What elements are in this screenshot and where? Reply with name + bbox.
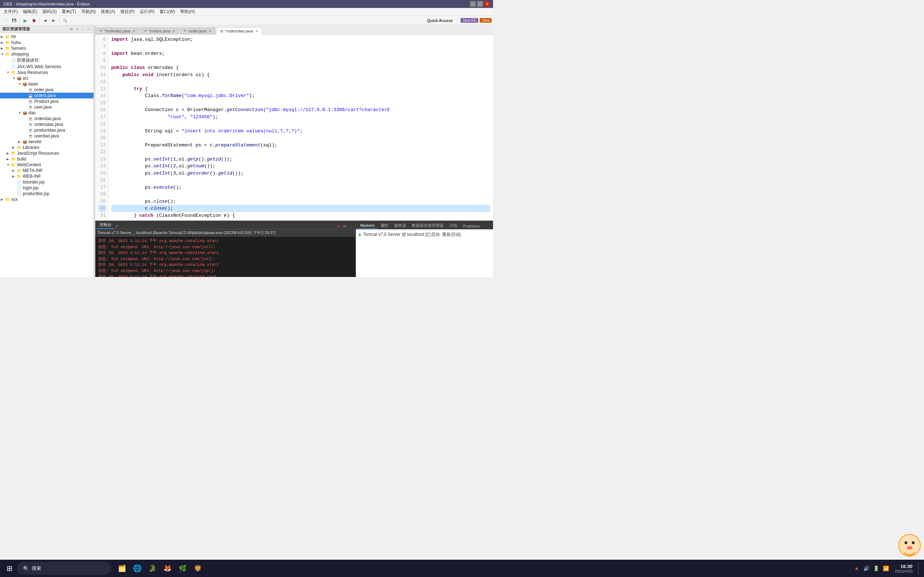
console-close-btn[interactable]: ✕ xyxy=(115,224,119,229)
tree-item-jax[interactable]: ▶ 📄 JAX-WS Web Services xyxy=(0,64,94,69)
tab-orders[interactable]: ☕ *orders.java ✕ xyxy=(140,27,179,34)
menu-project[interactable]: 项目(P) xyxy=(118,8,137,16)
arrow-bean[interactable]: ▼ xyxy=(18,82,23,86)
right-tab-datasource[interactable]: 数据源资源管理器 xyxy=(409,222,446,229)
tree-item-deploy[interactable]: ▶ 📄 部署描述符: xyxy=(0,57,94,64)
menu-edit[interactable]: 编辑(E) xyxy=(21,8,39,16)
back-button[interactable]: ◀ xyxy=(41,16,49,24)
menu-source[interactable]: 源码(S) xyxy=(40,8,59,16)
menu-navigate[interactable]: 导航(N) xyxy=(79,8,98,16)
console-tab-console[interactable]: 控制台 xyxy=(97,221,115,229)
menu-run[interactable]: 运行(R) xyxy=(137,8,157,16)
new-button[interactable]: 📄 xyxy=(2,16,10,24)
tree-item-productdao[interactable]: ▶ ☕ productdao.java xyxy=(0,127,94,133)
arrow-meta[interactable]: ▶ xyxy=(12,169,16,172)
console-stop-btn[interactable]: ■ xyxy=(335,223,341,229)
maximize-button[interactable]: □ xyxy=(477,1,483,7)
arrow-webcontent[interactable]: ▼ xyxy=(6,163,11,167)
right-tab-properties[interactable]: 属性 xyxy=(378,222,391,229)
tab-orderdao[interactable]: ☕ *orderdao.java ✕ xyxy=(95,27,139,34)
tab-close-orderdao[interactable]: ✕ xyxy=(132,29,136,33)
minimize-button[interactable]: ─ xyxy=(470,1,476,7)
menu-refactor[interactable]: 重构(T) xyxy=(60,8,78,16)
sidebar-max-button[interactable]: □ xyxy=(86,27,91,32)
arrow-dao[interactable]: ▼ xyxy=(18,111,23,115)
sidebar-controls: ⊟ ▽ ─ □ xyxy=(69,27,91,32)
arrow-web-inf[interactable]: ▶ xyxy=(12,174,16,178)
arrow-libraries[interactable]: ▶ xyxy=(12,146,16,149)
arrow-huhu[interactable]: ▶ xyxy=(1,41,5,44)
tree-item-listorder-jsp[interactable]: ▶ 📄 listorder.jsp xyxy=(0,179,94,185)
tree-item-productlist-jsp[interactable]: ▶ 📄 productlist.jsp xyxy=(0,191,94,197)
right-tab-snippets[interactable]: 片段 xyxy=(446,222,460,229)
arrow-servers[interactable]: ▶ xyxy=(1,47,5,50)
tree-item-ordersdao[interactable]: ▶ ☕ ordersdao.java xyxy=(0,121,94,127)
menu-help[interactable]: 帮助(H) xyxy=(178,8,197,16)
tab-order[interactable]: ☕ order.java ✕ xyxy=(180,27,215,34)
tab-ordersdao[interactable]: ☕ *ordersdao.java ✕ xyxy=(216,27,262,35)
tree-item-java-resources[interactable]: ▼ 📁 Java Resources xyxy=(0,69,94,76)
tree-item-build[interactable]: ▶ 📁 build xyxy=(0,156,94,162)
java-ee-badge[interactable]: Java EE xyxy=(460,18,478,23)
search-button[interactable]: 🔍 xyxy=(61,16,69,24)
tree-item-login-jsp[interactable]: ▶ 📄 login.jsp xyxy=(0,185,94,191)
console-clear-btn[interactable]: ⊟ xyxy=(342,223,347,229)
tree-item-hh[interactable]: ▶ 📁 hh xyxy=(0,34,94,40)
tab-close-orders[interactable]: ✕ xyxy=(171,29,176,33)
tree-item-orderdao[interactable]: ▶ ☕ orderdao.java xyxy=(0,116,94,121)
arrow-shopping[interactable]: ▼ xyxy=(1,52,5,56)
collapse-all-button[interactable]: ⊟ xyxy=(69,27,74,32)
java-badge[interactable]: Java xyxy=(480,18,492,23)
console-scroll-btn[interactable]: ↓ xyxy=(348,223,354,229)
tree-item-orders-java[interactable]: ▶ ☕ orders.java xyxy=(0,93,94,98)
code-editor[interactable]: 6 7 8 9 10 11 12 13 14 15 16 17 18 19 20… xyxy=(95,35,493,220)
arrow-orderdao: ▶ xyxy=(24,117,28,121)
tab-close-order[interactable]: ✕ xyxy=(208,29,212,33)
menu-window[interactable]: 窗口(W) xyxy=(157,8,177,16)
debug-button[interactable]: 🐞 xyxy=(30,16,38,24)
right-tab-problems[interactable]: Problems xyxy=(460,223,483,229)
sidebar-min-button[interactable]: ─ xyxy=(81,27,86,32)
arrow-jr[interactable]: ▼ xyxy=(6,71,11,74)
tree-item-libraries[interactable]: ▶ 📁 Libraries xyxy=(0,145,94,150)
arrow-hh[interactable]: ▶ xyxy=(1,35,5,39)
right-tab-markers[interactable]: Markers xyxy=(357,222,378,229)
package-icon-src: 📦 xyxy=(16,76,22,81)
tree-item-huhu[interactable]: ▶ 📁 huhu xyxy=(0,40,94,45)
tree-item-order-java[interactable]: ▶ ☕ order.java xyxy=(0,87,94,93)
menu-search[interactable]: 搜索(A) xyxy=(99,8,117,16)
main-content: 项目资源管理器 ⊟ ▽ ─ □ ▶ 📁 hh ▶ 📁 huhu ▶ 📁 xyxy=(0,25,493,277)
tree-item-xxx[interactable]: ▶ 📁 xxx xyxy=(0,197,94,202)
arrow-js[interactable]: ▶ xyxy=(6,152,11,155)
tree-item-web-inf[interactable]: ▶ 📁 WEB-INF xyxy=(0,174,94,179)
tree-item-js-resources[interactable]: ▶ 📁 JavaScript Resources xyxy=(0,150,94,156)
tree-item-servlet[interactable]: ▶ 📦 servlet xyxy=(0,139,94,145)
forward-button[interactable]: ▶ xyxy=(50,16,58,24)
tree-item-servers[interactable]: ▶ 📁 Servers xyxy=(0,45,94,51)
code-content[interactable]: import java.sql.SQLException; import bea… xyxy=(108,35,493,220)
run-button[interactable]: ▶ xyxy=(21,16,29,24)
right-tab-servers[interactable]: 服务器 xyxy=(391,222,409,229)
tree-item-webcontent[interactable]: ▼ 📁 WebContent xyxy=(0,162,94,168)
arrow-productdao: ▶ xyxy=(24,128,28,132)
sidebar-menu-button[interactable]: ▽ xyxy=(75,27,80,32)
tree-item-user-java[interactable]: ▶ ☕ user.java xyxy=(0,104,94,110)
menu-file[interactable]: 文件(F) xyxy=(2,8,20,16)
tree-item-dao[interactable]: ▼ 📦 dao xyxy=(0,110,94,116)
save-button[interactable]: 💾 xyxy=(10,16,18,24)
close-button[interactable]: ✕ xyxy=(485,1,490,7)
tab-close-ordersdao[interactable]: ✕ xyxy=(254,29,259,33)
tree-item-shopping[interactable]: ▼ 📁 shopping xyxy=(0,51,94,57)
server-item[interactable]: ▶ Tomcat v7.0 Server @ localhost [已启动, 重… xyxy=(357,231,492,239)
arrow-build[interactable]: ▶ xyxy=(6,157,11,161)
arrow-servlet[interactable]: ▶ xyxy=(18,140,23,143)
tree-item-meta-inf[interactable]: ▶ 📁 META-INF xyxy=(0,168,94,174)
tree-item-product-java[interactable]: ▶ ☕ Product.java xyxy=(0,98,94,104)
tree-item-bean[interactable]: ▼ 📦 bean xyxy=(0,81,94,87)
folder-icon-servers: 📁 xyxy=(5,46,10,51)
arrow-xxx[interactable]: ▶ xyxy=(1,198,5,201)
tab-icon-order: ☕ xyxy=(183,29,187,33)
arrow-src[interactable]: ▼ xyxy=(12,76,16,80)
tree-item-userdao[interactable]: ▶ ☕ userdao.java xyxy=(0,133,94,139)
tree-item-src[interactable]: ▼ 📦 src xyxy=(0,76,94,81)
